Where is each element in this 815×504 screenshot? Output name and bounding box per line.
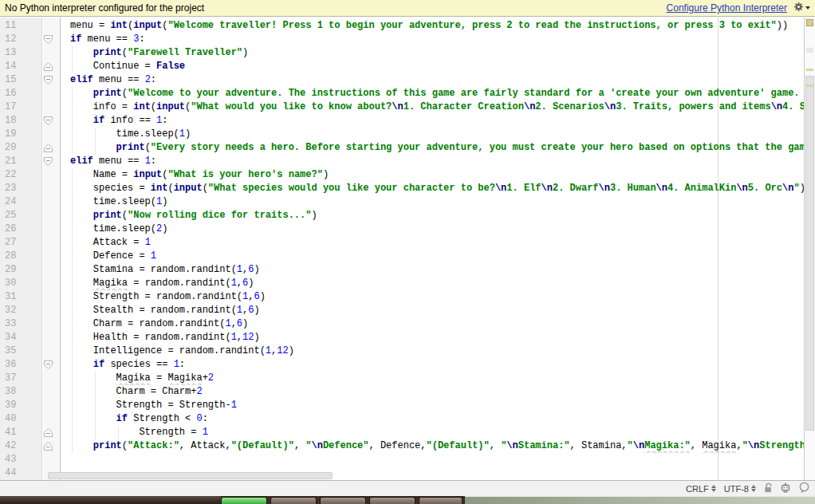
- code-text: print("Every story needs a hero. Before …: [61, 141, 804, 155]
- code-line[interactable]: 29 Stamina = random.randint(1,6): [0, 263, 804, 277]
- warning-stripe-mark[interactable]: [806, 85, 813, 87]
- code-text: if Strength < 0:: [61, 412, 804, 426]
- readonly-toggle-button[interactable]: [763, 482, 773, 495]
- fold-marker-down[interactable]: [43, 114, 61, 128]
- indent-guide: [95, 372, 96, 385]
- code-line[interactable]: 23 species = int(input("What species wou…: [0, 182, 804, 195]
- fold-marker-down[interactable]: [43, 358, 61, 372]
- warning-stripe-mark[interactable]: [806, 48, 813, 53]
- line-number: 18: [0, 114, 43, 128]
- code-line[interactable]: 20 print("Every story needs a hero. Befo…: [0, 141, 804, 155]
- code-line[interactable]: 35 Intelligence = random.randint(1,12): [0, 345, 804, 358]
- fold-marker-down[interactable]: [43, 155, 61, 168]
- error-stripe-scrollbar[interactable]: [804, 18, 815, 480]
- code-line[interactable]: 13 print("Farewell Traveller"): [0, 46, 804, 60]
- code-text: print("Attack:", Attack,"(Default)", "\n…: [61, 439, 804, 453]
- code-text: print("Welcome to your adventure. The in…: [61, 87, 804, 100]
- fold-gutter-cell: [43, 385, 61, 399]
- event-log-button[interactable]: [798, 482, 810, 495]
- encoding-selector[interactable]: UTF-8: [724, 484, 756, 494]
- indent-guide: [95, 412, 96, 426]
- code-line[interactable]: 25 print("Now rolling dice for traits...…: [0, 209, 804, 222]
- code-line[interactable]: 37 Magika = Magika+2: [0, 372, 804, 385]
- code-line[interactable]: 22 Name = input("What is your hero's nam…: [0, 168, 804, 182]
- line-number: 35: [0, 345, 43, 358]
- code-line[interactable]: 30 Magika = random.randint(1,6): [0, 277, 804, 290]
- code-line[interactable]: 34 Health = random.randint(1,12): [0, 331, 804, 345]
- taskbar-button[interactable]: [221, 497, 267, 504]
- code-line[interactable]: 41 Strength = 1: [0, 426, 804, 439]
- highlighting-level-button[interactable]: [780, 482, 791, 495]
- code-line[interactable]: 17 info = int(input("What would you like…: [0, 100, 804, 114]
- code-line[interactable]: 24 time.sleep(1): [0, 195, 804, 209]
- code-line[interactable]: 39 Strength = Strength-1: [0, 399, 804, 412]
- inspector-head-icon: [780, 482, 791, 495]
- indent-guide: [72, 195, 73, 209]
- fold-gutter-cell: [43, 345, 61, 358]
- code-editor[interactable]: 11menu = int(input("Welcome traveller! P…: [0, 18, 815, 480]
- indent-guide: [72, 141, 73, 155]
- line-number: 25: [0, 209, 43, 222]
- indent-guide: [118, 426, 119, 439]
- code-line[interactable]: 11menu = int(input("Welcome traveller! P…: [0, 19, 804, 33]
- taskbar-button[interactable]: [320, 497, 366, 504]
- code-text: Name = input("What is your hero's name?"…: [61, 168, 804, 182]
- line-number: 30: [0, 277, 43, 290]
- configure-interpreter-link[interactable]: Configure Python Interpreter: [667, 2, 787, 14]
- vertical-scrollbar-thumb[interactable]: [805, 76, 814, 431]
- taskbar-button[interactable]: [419, 497, 463, 504]
- code-line[interactable]: 32 Stealth = random.randint(1,6): [0, 304, 804, 317]
- code-line[interactable]: 31 Strength = random.randint(1,6): [0, 290, 804, 304]
- line-number: 43: [0, 453, 43, 467]
- line-number: 12: [0, 33, 43, 46]
- fold-marker-up[interactable]: [43, 426, 61, 439]
- fold-marker-up[interactable]: [43, 439, 61, 453]
- code-text: elif menu == 2:: [61, 73, 804, 87]
- status-bar: CRLF UTF-8: [0, 480, 815, 496]
- warning-stripe-mark[interactable]: [806, 69, 813, 71]
- line-separator-value: CRLF: [686, 484, 709, 494]
- taskbar-button[interactable]: [369, 497, 415, 504]
- banner-settings-button[interactable]: [793, 2, 810, 14]
- code-text: menu = int(input("Welcome traveller! Pre…: [61, 19, 804, 33]
- fold-gutter-cell: [43, 222, 61, 236]
- line-number: 42: [0, 439, 43, 453]
- code-line[interactable]: 19 time.sleep(1): [0, 128, 804, 141]
- indent-guide: [72, 182, 73, 195]
- fold-marker-up[interactable]: [43, 141, 61, 155]
- code-line[interactable]: 14 Continue = False: [0, 60, 804, 73]
- code-line[interactable]: 27 Attack = 1: [0, 236, 804, 250]
- line-number: 31: [0, 290, 43, 304]
- gear-icon: [793, 2, 804, 14]
- inspection-status-square[interactable]: [806, 19, 813, 26]
- code-line[interactable]: 43: [0, 453, 804, 467]
- code-text: Charm = random.randint(1,6): [61, 317, 804, 331]
- fold-marker-up[interactable]: [43, 60, 61, 73]
- code-text: time.sleep(1): [61, 195, 804, 209]
- fold-gutter-cell: [43, 19, 61, 33]
- code-line[interactable]: 33 Charm = random.randint(1,6): [0, 317, 804, 331]
- fold-gutter-cell: [43, 331, 61, 345]
- code-line[interactable]: 16 print("Welcome to your adventure. The…: [0, 87, 804, 100]
- line-number: 28: [0, 250, 43, 263]
- horizontal-scrollbar-thumb[interactable]: [48, 472, 333, 479]
- code-line[interactable]: 42 print("Attack:", Attack,"(Default)", …: [0, 439, 804, 453]
- code-line[interactable]: 21elif menu == 1:: [0, 155, 804, 168]
- code-line[interactable]: 15elif menu == 2:: [0, 73, 804, 87]
- code-line[interactable]: 18 if info == 1:: [0, 114, 804, 128]
- code-line[interactable]: 28 Defence = 1: [0, 250, 804, 263]
- fold-marker-down[interactable]: [43, 73, 61, 87]
- code-text: Intelligence = random.randint(1,12): [61, 345, 804, 358]
- speech-bubble-icon: [798, 482, 810, 495]
- code-text: Strength = Strength-1: [61, 399, 804, 412]
- code-text: Health = random.randint(1,12): [61, 331, 804, 345]
- code-line[interactable]: 26 time.sleep(2): [0, 222, 804, 236]
- fold-marker-down[interactable]: [43, 33, 61, 46]
- code-line[interactable]: 40 if Strength < 0:: [0, 412, 804, 426]
- taskbar-button[interactable]: [270, 497, 317, 504]
- line-separator-selector[interactable]: CRLF: [686, 484, 716, 494]
- code-line[interactable]: 38 Charm = Charm+2: [0, 385, 804, 399]
- code-line[interactable]: 36 if species == 1:: [0, 358, 804, 372]
- line-number: 14: [0, 60, 43, 73]
- code-line[interactable]: 12if menu == 3:: [0, 33, 804, 46]
